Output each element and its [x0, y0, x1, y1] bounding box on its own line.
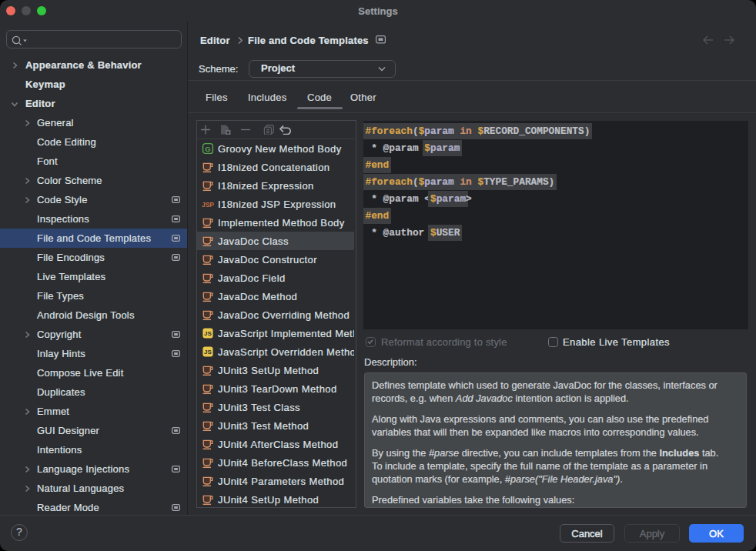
- svg-text:G: G: [205, 145, 210, 153]
- svg-text:JSP: JSP: [202, 201, 214, 209]
- svg-text:JS: JS: [204, 330, 212, 337]
- svg-text:JS: JS: [204, 349, 212, 356]
